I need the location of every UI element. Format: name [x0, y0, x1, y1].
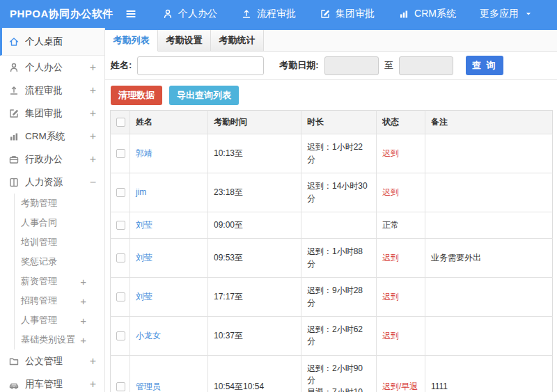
- name-cell[interactable]: 管理员: [130, 355, 208, 392]
- checkbox-cell: [111, 134, 130, 173]
- table-row: 刘莹09:00至正常: [111, 212, 553, 238]
- date-label: 考勤日期:: [279, 59, 318, 72]
- top-nav-personal-office[interactable]: 个人办公: [162, 8, 217, 20]
- sidebar-subitem-reward-punish[interactable]: 奖惩记录: [15, 252, 104, 272]
- folder-icon: [8, 356, 19, 367]
- checkbox-cell: [111, 355, 130, 392]
- sidebar-item-document[interactable]: 公文管理+: [0, 350, 104, 373]
- sidebar-item-personal-desktop[interactable]: 个人桌面: [0, 28, 104, 56]
- name-cell[interactable]: 郭靖: [130, 134, 208, 173]
- row-checkbox[interactable]: [116, 292, 125, 301]
- status-cell: 迟到/早退: [377, 355, 425, 392]
- expand-toggle-icon[interactable]: +: [90, 61, 96, 74]
- brand-title: PHPOA协同办公软件: [0, 8, 119, 21]
- attendance-table-wrap: 姓名考勤时间时长状态备注 郭靖10:13至迟到：1小时22分迟到jim23:18…: [105, 110, 557, 392]
- name-cell[interactable]: 刘莹: [130, 212, 208, 238]
- status-cell: 迟到: [377, 134, 425, 173]
- expand-toggle-icon[interactable]: −: [90, 176, 96, 189]
- select-all-checkbox[interactable]: [116, 118, 125, 127]
- sidebar-item-crm[interactable]: CRM系统+: [0, 125, 104, 148]
- sidebar-item-label: 人力资源: [25, 176, 84, 189]
- expand-toggle-icon[interactable]: +: [90, 153, 96, 166]
- expand-toggle-icon[interactable]: +: [90, 378, 96, 391]
- sidebar-subitem-label: 招聘管理: [21, 295, 80, 307]
- top-nav-group-approval[interactable]: 集团审批: [320, 8, 375, 20]
- flow-icon: [8, 85, 19, 96]
- top-nav-more-apps[interactable]: 更多应用: [480, 8, 533, 20]
- status-cell: 正常: [377, 212, 425, 238]
- name-input[interactable]: [137, 56, 264, 75]
- row-checkbox[interactable]: [116, 331, 125, 340]
- sidebar-item-hr[interactable]: 人力资源−: [0, 171, 104, 194]
- table-row: 刘莹17:17至迟到：9小时28分迟到: [111, 278, 553, 317]
- status-cell: 迟到: [377, 173, 425, 212]
- checkbox-cell: [111, 239, 130, 278]
- status-cell: 迟到: [377, 278, 425, 317]
- status-cell: 迟到: [377, 239, 425, 278]
- time-cell: 23:18至: [208, 173, 301, 212]
- sidebar-item-label: 个人办公: [25, 61, 84, 74]
- tab-attendance-list[interactable]: 考勤列表: [105, 30, 158, 52]
- duration-cell: 迟到：14小时30分: [301, 173, 377, 212]
- expand-toggle-icon[interactable]: +: [80, 315, 86, 327]
- sidebar-item-personal-office[interactable]: 个人办公+: [0, 56, 104, 79]
- expand-toggle-icon[interactable]: +: [80, 276, 86, 288]
- sidebar-item-admin-office[interactable]: 行政办公+: [0, 148, 104, 171]
- row-checkbox[interactable]: [116, 149, 125, 158]
- row-checkbox[interactable]: [116, 188, 125, 197]
- clear-data-button[interactable]: 清理数据: [111, 86, 162, 105]
- sidebar-subitem-training[interactable]: 培训管理: [15, 233, 104, 252]
- sidebar-subitem-label: 薪资管理: [21, 275, 80, 288]
- name-cell[interactable]: jim: [130, 173, 208, 212]
- top-nav-label: 更多应用: [480, 8, 519, 20]
- status-cell: 迟到: [377, 316, 425, 355]
- time-cell: 10:37至: [208, 316, 301, 355]
- expand-toggle-icon[interactable]: +: [90, 130, 96, 143]
- tab-attendance-stats[interactable]: 考勤统计: [211, 30, 264, 52]
- chart-icon: [8, 131, 19, 142]
- column-header: 姓名: [130, 111, 208, 134]
- row-checkbox[interactable]: [116, 382, 125, 391]
- expand-toggle-icon[interactable]: +: [90, 355, 96, 368]
- edit-icon: [320, 8, 331, 19]
- tab-filler: [264, 30, 557, 52]
- column-header: 时长: [301, 111, 377, 134]
- expand-toggle-icon[interactable]: +: [90, 84, 96, 97]
- duration-cell: 迟到：9小时28分: [301, 278, 377, 317]
- date-from-input[interactable]: [324, 56, 379, 75]
- duration-cell: 迟到：2小时90分早退：7小时10分: [301, 355, 377, 392]
- top-nav-crm[interactable]: CRM系统: [398, 8, 456, 20]
- query-button[interactable]: 查 询: [466, 56, 503, 75]
- sidebar-item-group-approval[interactable]: 集团审批+: [0, 102, 104, 125]
- top-nav-flow-approval[interactable]: 流程审批: [241, 8, 296, 20]
- time-cell: 10:13至: [208, 134, 301, 173]
- row-checkbox[interactable]: [116, 253, 125, 262]
- duration-cell: 迟到：2小时62分: [301, 316, 377, 355]
- book-icon: [8, 177, 19, 188]
- sidebar-item-vehicle[interactable]: 用车管理+: [0, 373, 104, 392]
- export-list-button[interactable]: 导出查询列表: [169, 86, 239, 105]
- tab-attendance-settings[interactable]: 考勤设置: [158, 30, 211, 52]
- sidebar-subitem-base-category[interactable]: 基础类别设置+: [15, 330, 104, 350]
- sidebar-subitem-salary[interactable]: 薪资管理+: [15, 272, 104, 291]
- checkbox-cell: [111, 316, 130, 355]
- expand-toggle-icon[interactable]: +: [80, 295, 86, 307]
- table-row: 刘莹09:53至迟到：1小时88分迟到业务需要外出: [111, 239, 553, 278]
- date-to-input[interactable]: [399, 56, 453, 75]
- sidebar-item-flow-approval[interactable]: 流程审批+: [0, 79, 104, 102]
- name-cell[interactable]: 刘莹: [130, 239, 208, 278]
- menu-toggle-button[interactable]: [119, 8, 143, 20]
- sidebar-subitem-hr-contract[interactable]: 人事合同: [15, 213, 104, 233]
- top-nav-label: CRM系统: [414, 8, 456, 20]
- sidebar-subitem-label: 人事管理: [21, 314, 80, 327]
- name-cell[interactable]: 刘莹: [130, 278, 208, 317]
- sidebar-subitem-hr-mgmt[interactable]: 人事管理+: [15, 311, 104, 330]
- top-header: PHPOA协同办公软件 个人办公流程审批集团审批CRM系统更多应用: [0, 0, 557, 28]
- sidebar-subitem-attendance[interactable]: 考勤管理: [15, 194, 104, 213]
- row-checkbox[interactable]: [116, 221, 125, 230]
- expand-toggle-icon[interactable]: +: [80, 334, 86, 346]
- expand-toggle-icon[interactable]: +: [90, 107, 96, 120]
- sidebar-item-label: 行政办公: [25, 153, 84, 166]
- name-cell[interactable]: 小龙女: [130, 316, 208, 355]
- sidebar-subitem-recruit[interactable]: 招聘管理+: [15, 291, 104, 311]
